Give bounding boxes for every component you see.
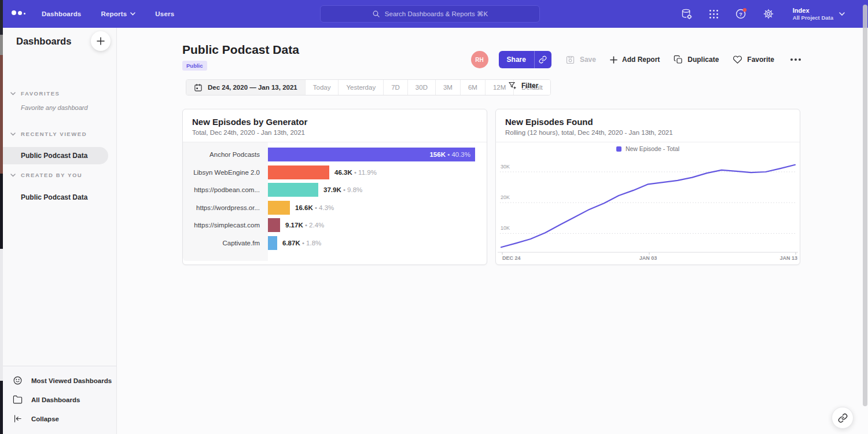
plus-icon — [97, 37, 105, 45]
section-recently-viewed-label: RECENTLY VIEWED — [21, 131, 87, 137]
all-dashboards-label: All Dashboards — [31, 396, 80, 403]
bar-value-label: 37.9K • 9.8% — [323, 183, 362, 197]
chevron-down-icon — [10, 92, 16, 95]
sidebar-item-label: Public Podcast Data — [21, 193, 87, 201]
line-chart: 10K20K30K — [498, 153, 798, 255]
share-button[interactable]: Share — [499, 51, 551, 68]
sidebar-item-public-podcast-data[interactable]: Public Podcast Data — [3, 147, 108, 164]
dashboard-actions: RH Share Save Add Report — [471, 50, 803, 69]
legend-label: New Episode - Total — [626, 145, 679, 152]
date-preset-yesterday[interactable]: Yesterday — [338, 80, 383, 95]
x-tick-jan13: JAN 13 — [779, 255, 797, 261]
add-report-button[interactable]: Add Report — [610, 56, 660, 64]
section-recently-viewed[interactable]: RECENTLY VIEWED — [3, 131, 117, 137]
save-icon — [565, 55, 575, 65]
filter-funnel-icon — [508, 81, 517, 90]
date-range-button[interactable]: Dec 24, 2020 — Jan 13, 2021 — [186, 80, 305, 95]
x-tick-jan03: JAN 03 — [639, 255, 657, 261]
bar-value-label: 16.6K • 4.3% — [295, 201, 334, 215]
collapse-left-icon — [13, 414, 23, 424]
bar-category-label: https://podbean.com... — [183, 183, 260, 197]
avatar[interactable]: RH — [471, 51, 488, 68]
share-link-fab[interactable] — [832, 407, 854, 429]
share-link-segment[interactable] — [534, 51, 551, 68]
duplicate-button[interactable]: Duplicate — [674, 55, 719, 64]
smiley-icon — [13, 376, 23, 385]
svg-text:?: ? — [739, 12, 742, 17]
svg-text:20K: 20K — [501, 194, 510, 200]
save-button[interactable]: Save — [565, 55, 596, 65]
search-icon — [372, 10, 380, 18]
section-created-by-you-label: CREATED BY YOU — [21, 172, 82, 178]
bar-row-4: https://wordpress.or...16.6K • 4.3% — [183, 201, 487, 215]
section-created-by-you[interactable]: CREATED BY YOU — [3, 172, 117, 178]
settings-gear-icon[interactable] — [762, 8, 775, 20]
bar-value-label: 6.87K • 1.8% — [282, 236, 321, 250]
date-preset-30d[interactable]: 30D — [407, 80, 435, 95]
nav-dashboards-label: Dashboards — [42, 10, 81, 17]
bar-row-2: Libsyn WebEngine 2.046.3K • 11.9% — [183, 165, 487, 179]
chevron-down-icon — [10, 174, 16, 177]
collapse-label: Collapse — [31, 415, 59, 422]
background-window-edge — [0, 0, 3, 434]
bar-segment — [268, 165, 329, 179]
project-selector[interactable]: Index All Project Data — [793, 7, 845, 21]
chevron-down-icon — [130, 12, 135, 16]
more-options-button[interactable] — [788, 56, 803, 63]
duplicate-icon — [674, 55, 683, 64]
most-viewed-dashboards-button[interactable]: Most Viewed Dashboards — [3, 371, 116, 390]
help-icon[interactable]: ? — [735, 8, 748, 20]
add-report-label: Add Report — [622, 56, 660, 64]
all-dashboards-button[interactable]: All Dashboards — [3, 390, 116, 409]
date-preset-3m[interactable]: 3M — [435, 80, 460, 95]
bar-category-label: https://wordpress.or... — [183, 201, 260, 215]
page-scrollbar[interactable] — [863, 5, 867, 406]
bar-category-label: Libsyn WebEngine 2.0 — [183, 165, 260, 179]
most-viewed-label: Most Viewed Dashboards — [31, 377, 112, 384]
x-tick-dec24: DEC 24 — [502, 255, 521, 261]
project-name: Index — [793, 7, 833, 14]
visibility-badge: Public — [182, 61, 207, 71]
nav-reports-label: Reports — [101, 10, 127, 17]
sidebar-item-label: Public Podcast Data — [21, 152, 87, 160]
favorite-button[interactable]: Favorite — [733, 55, 774, 64]
nav-reports[interactable]: Reports — [101, 10, 135, 17]
share-label: Share — [499, 51, 534, 68]
bar-segment — [268, 236, 277, 250]
search-input[interactable]: Search Dashboards & Reports ⌘K — [320, 5, 540, 23]
bar-category-label: Anchor Podcasts — [183, 148, 260, 161]
section-favorites[interactable]: FAVORITES — [3, 90, 117, 97]
date-preset-7d[interactable]: 7D — [383, 80, 407, 95]
bar-row-3: https://podbean.com...37.9K • 9.8% — [183, 183, 487, 197]
svg-text:30K: 30K — [501, 164, 510, 170]
date-range-label: Dec 24, 2020 — Jan 13, 2021 — [208, 84, 297, 91]
brand-logo[interactable] — [12, 10, 25, 17]
search-placeholder: Search Dashboards & Reports ⌘K — [385, 10, 488, 18]
apps-grid-icon[interactable] — [708, 8, 720, 20]
calendar-icon — [194, 83, 203, 92]
sidebar-item-public-podcast-data-2[interactable]: Public Podcast Data — [3, 189, 117, 206]
section-favorites-label: FAVORITES — [21, 90, 60, 97]
date-preset-today[interactable]: Today — [305, 80, 339, 95]
nav-users[interactable]: Users — [155, 10, 174, 17]
sidebar: Dashboards FAVORITES Favorite any dashbo… — [3, 28, 117, 434]
nav-dashboards[interactable]: Dashboards — [42, 10, 81, 17]
favorite-label: Favorite — [747, 56, 774, 64]
legend-swatch — [616, 146, 621, 152]
card1-subtitle: Total, Dec 24th, 2020 - Jan 13th, 2021 — [192, 129, 477, 136]
app-root: Dashboards Reports Users Search Dashboar… — [0, 0, 868, 434]
collapse-sidebar-button[interactable]: Collapse — [3, 409, 116, 428]
filter-button[interactable]: Filter — [508, 81, 538, 90]
date-preset-6m[interactable]: 6M — [460, 80, 485, 95]
new-dashboard-button[interactable] — [91, 31, 111, 51]
data-sources-icon[interactable] — [681, 8, 693, 20]
card-new-episodes-found: New Episodes Found Rolling (12 hours), t… — [495, 109, 800, 265]
project-scope: All Project Data — [793, 14, 833, 21]
nav-users-label: Users — [155, 10, 174, 17]
card1-title: New Episodes by Generator — [192, 117, 477, 127]
bar-row-6: Captivate.fm6.87K • 1.8% — [183, 236, 487, 250]
sidebar-title: Dashboards — [16, 36, 71, 47]
bar-segment — [268, 201, 290, 215]
chevron-down-icon — [10, 133, 16, 136]
svg-text:10K: 10K — [501, 225, 510, 231]
